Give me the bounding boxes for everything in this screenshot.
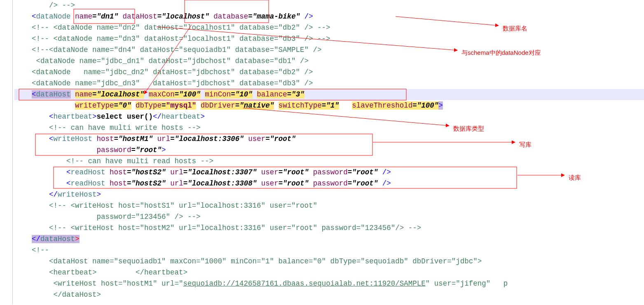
code-line: <readHost host="hostS2" url="localhost:3…	[14, 167, 644, 178]
code-line: <!-- <dataNode name="dn3" dataHost="loca…	[14, 33, 644, 45]
code-line: <dataNode name="jdbc_dn1" dataHost="jdbc…	[14, 56, 644, 67]
code-line: <writeHost host="hostM1" url="sequoiadb:…	[14, 278, 644, 289]
code-line: <heartbeat> </heartbeat>	[14, 267, 644, 278]
annotation-label-datanode: 与schema中的dataNode对应	[461, 47, 541, 58]
code-line: </dataHost>	[14, 234, 644, 245]
code-line: <readHost host="hostS2" url="localhost:3…	[14, 178, 644, 189]
code-line: password="root">	[14, 145, 644, 156]
code-xml-block: /> --> <dataNode name="dn1" dataHost="lo…	[0, 0, 644, 305]
line-gutter	[0, 0, 13, 305]
code-line: <dataNode name="dn1" dataHost="localhost…	[14, 11, 644, 22]
code-line: </dataHost>	[14, 289, 644, 300]
code-line: <writeHost host="hostM1" url="localhost:…	[14, 134, 644, 145]
code-line: <dataNode name="jdbc_dn2" dataHost="jdbc…	[14, 67, 644, 78]
code-line: </writeHost>	[14, 189, 644, 200]
annotation-label-db-name: 数据库名	[503, 23, 527, 34]
code-line: <!-- can have multi write hosts -->	[14, 122, 644, 134]
code-line: <dataNode name="jdbc_dn3" dataHost="jdbc…	[14, 78, 644, 89]
code-line: <!--<dataNode name="dn4" dataHost="sequo…	[14, 45, 644, 56]
annotation-label-write-db: 写库	[519, 139, 532, 150]
code-line: <!-- can have multi read hosts -->	[14, 156, 644, 167]
code-line: <!-- <writeHost host="hostS1" url="local…	[14, 200, 644, 211]
code-line: <dataHost name="sequoiadb1" maxCon="1000…	[14, 256, 644, 267]
code-line-highlight: <dataHost name="localhost" maxCon="100" …	[14, 89, 644, 100]
code-line: <!-- <dataNode name="dn2" dataHost="loca…	[14, 22, 644, 33]
annotation-label-read-db: 读库	[569, 172, 581, 183]
code-line: /> -->	[14, 0, 644, 11]
code-line: password="123456" /> -->	[14, 211, 644, 223]
annotation-label-db-type: 数据库类型	[453, 123, 484, 134]
code-line: <heartbeat>select user()</heartbeat>	[14, 111, 644, 122]
code-line: <!-- <writeHost host="hostM2" url="local…	[14, 223, 644, 234]
code-line: writeType="0" dbType="mysql" dbDriver="n…	[14, 100, 644, 111]
code-line: <!--	[14, 245, 644, 256]
